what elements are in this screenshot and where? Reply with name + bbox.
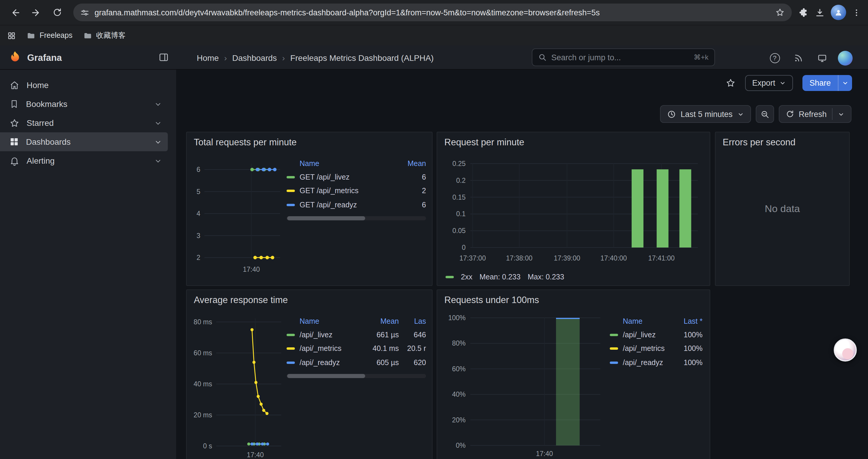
sidebar-item-dashboards[interactable]: Dashboards (0, 132, 168, 151)
dock-sidebar-icon[interactable] (158, 52, 169, 63)
chevron-down-icon[interactable] (154, 119, 162, 127)
rss-icon[interactable] (790, 50, 806, 66)
breadcrumb-dashboards[interactable]: Dashboards (232, 53, 277, 62)
svg-text:20%: 20% (452, 416, 466, 424)
legend-table: Name Mean GET /api/_livez 6 GET /api/_me… (286, 157, 426, 212)
panel-title[interactable]: Request per minute (444, 137, 524, 148)
series-name[interactable]: GET /api/_metrics (300, 187, 393, 195)
bookmark-star-icon[interactable] (775, 8, 785, 17)
share-button[interactable]: Share (802, 75, 852, 91)
series-name[interactable]: /api/_readyz (300, 359, 362, 367)
requests-under-100ms-chart[interactable]: 100%80%60%40%20%0%17:40 (441, 314, 609, 459)
series-name[interactable]: /api/_metrics (623, 345, 672, 353)
extensions-icon[interactable] (799, 7, 809, 18)
search-input[interactable] (551, 53, 689, 62)
series-name[interactable]: GET /api/_livez (300, 173, 393, 182)
grafana-logo[interactable] (8, 50, 23, 65)
assistant-avatar-overlay[interactable] (834, 338, 857, 362)
search-shortcut: ⌘+k (694, 53, 709, 61)
zoom-out-button[interactable] (755, 105, 774, 123)
series-name[interactable]: GET /api/_readyz (300, 201, 393, 209)
bookmark-freeleaps[interactable]: Freeleaps (27, 31, 72, 40)
legend-col-last[interactable]: Last * (672, 317, 703, 326)
sidebar-item-bookmarks[interactable]: Bookmarks (0, 95, 168, 113)
avg-response-time-chart[interactable]: 80 ms60 ms40 ms20 ms0 s17:40 (190, 314, 285, 459)
series-swatch[interactable] (610, 334, 618, 336)
time-range-picker[interactable]: Last 5 minutes (660, 105, 751, 123)
dashboard-toolbar: Export Share (725, 74, 852, 91)
chevron-down-icon[interactable] (154, 100, 162, 108)
export-button[interactable]: Export (745, 75, 793, 91)
downloads-icon[interactable] (815, 7, 825, 18)
favorite-star-icon[interactable] (725, 78, 736, 88)
series-name[interactable]: /api/_readyz (623, 359, 672, 367)
reload-icon[interactable] (49, 4, 66, 21)
legend-row: /api/_livez 100% (610, 328, 703, 342)
series-name[interactable]: 2xx (461, 273, 472, 281)
legend-col-name[interactable]: Name (610, 317, 672, 326)
panel-title[interactable]: Total requests per minute (194, 137, 297, 148)
sidebar-item-starred[interactable]: Starred (0, 113, 168, 132)
legend-row: GET /api/_livez 6 (286, 170, 426, 184)
legend-col-name[interactable]: Name (286, 317, 362, 326)
svg-text:17:41:00: 17:41:00 (648, 254, 675, 262)
share-caret-button[interactable] (838, 75, 852, 91)
legend-col-name[interactable]: Name (286, 160, 393, 168)
legend-scrollbar[interactable] (286, 374, 426, 378)
chevron-down-icon[interactable] (154, 138, 162, 145)
series-mean: 661 µs (362, 331, 399, 339)
help-icon[interactable]: ? (767, 50, 782, 66)
series-name[interactable]: /api/_livez (623, 331, 672, 339)
series-name[interactable]: /api/_livez (300, 331, 362, 339)
apps-grid-icon[interactable] (7, 31, 16, 40)
folder-icon (83, 31, 92, 40)
scrollbar-thumb[interactable] (287, 374, 365, 378)
back-icon[interactable] (6, 4, 24, 21)
user-avatar[interactable] (837, 50, 852, 66)
legend-col-mean[interactable]: Mean (393, 160, 426, 168)
profile-avatar[interactable] (831, 5, 846, 20)
site-settings-icon[interactable] (80, 8, 89, 17)
legend-row: /api/_metrics 40.1 ms 20.5 r (286, 342, 426, 356)
series-name[interactable]: /api/_metrics (300, 345, 362, 353)
series-swatch[interactable] (610, 348, 618, 350)
series-swatch[interactable] (445, 276, 454, 278)
series-swatch[interactable] (286, 176, 295, 178)
series-mean: 2 (393, 187, 426, 195)
url-bar[interactable]: grafana.mathmast.com/d/deytv4rwavabkb/fr… (73, 4, 792, 21)
total-requests-chart[interactable]: 6543217:40 (190, 154, 285, 279)
dashboards-icon (9, 137, 19, 146)
breadcrumb-home[interactable]: Home (197, 53, 219, 62)
zoom-out-icon (760, 109, 769, 119)
series-swatch[interactable] (286, 334, 295, 336)
panel-total-requests-per-minute: Total requests per minute 6543217:40 Nam… (186, 132, 433, 286)
forward-icon[interactable] (27, 4, 45, 21)
request-per-minute-chart[interactable]: 0.250.20.150.10.05017:37:0017:38:0017:39… (441, 154, 705, 266)
sidebar-item-home[interactable]: Home (0, 76, 168, 95)
panel-title[interactable]: Average response time (194, 295, 288, 305)
bookmark-blog-favorites[interactable]: 收藏博客 (83, 30, 126, 40)
series-mean: 6 (393, 201, 426, 209)
chevron-down-icon[interactable] (154, 157, 162, 165)
sidebar-item-alerting[interactable]: Alerting (0, 151, 168, 170)
legend-row: GET /api/_readyz 6 (286, 198, 426, 212)
legend-col-last[interactable]: Las (399, 317, 426, 326)
bookmark-icon (9, 99, 19, 109)
series-swatch[interactable] (286, 348, 295, 350)
panel-average-response-time: Average response time 80 ms60 ms40 ms20 … (186, 290, 433, 459)
series-swatch[interactable] (610, 362, 618, 364)
series-last: 620 (399, 359, 426, 367)
search-box[interactable]: ⌘+k (532, 48, 715, 66)
chevron-down-icon[interactable] (838, 111, 844, 117)
menu-kebab-icon[interactable] (852, 8, 861, 17)
svg-text:3: 3 (196, 232, 200, 239)
refresh-button[interactable]: Refresh (778, 105, 851, 123)
scrollbar-thumb[interactable] (287, 216, 365, 220)
legend-scrollbar[interactable] (286, 216, 426, 220)
series-swatch[interactable] (286, 190, 295, 192)
kiosk-monitor-icon[interactable] (814, 50, 830, 66)
legend-col-mean[interactable]: Mean (362, 317, 399, 326)
panel-title[interactable]: Requests under 100ms (444, 295, 539, 305)
series-swatch[interactable] (286, 362, 295, 364)
series-swatch[interactable] (286, 204, 295, 206)
